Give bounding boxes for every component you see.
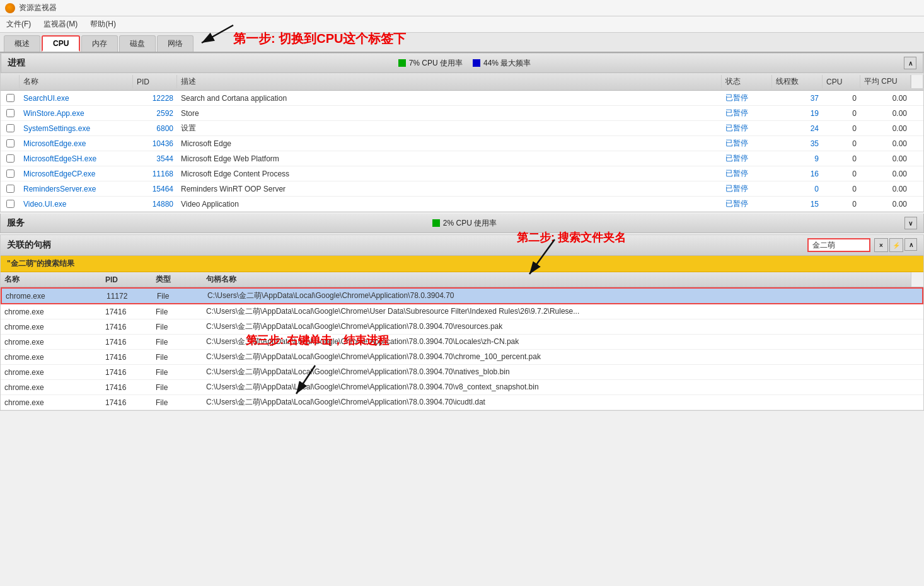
handle-table-row[interactable]: chrome.exe 17416 File C:\Users\金二萌\AppDa… [1, 335, 923, 350]
row-status: 已暂停 [722, 151, 772, 166]
handles-header-right: × ⚡ ∧ [807, 238, 917, 252]
row-checkbox[interactable] [1, 197, 20, 211]
handle-col-scroll [911, 272, 923, 287]
handle-table-row[interactable]: chrome.exe 17416 File C:\Users\金二萌\AppDa… [1, 350, 923, 365]
row-checkbox[interactable] [1, 121, 20, 135]
menu-monitor[interactable]: 监视器(M) [41, 18, 80, 31]
row-checkbox[interactable] [1, 181, 20, 196]
tab-network[interactable]: 网络 [157, 35, 193, 52]
tab-memory[interactable]: 内存 [81, 35, 118, 52]
row-checkbox[interactable] [1, 136, 20, 151]
row-desc: 设置 [177, 121, 722, 135]
green-dot-icon [398, 59, 406, 67]
row-pid: 6800 [133, 121, 177, 135]
handle-row-pid: 17416 [101, 395, 152, 410]
row-checkbox[interactable] [1, 166, 20, 181]
process-collapse-btn[interactable]: ∧ [904, 57, 916, 69]
search-actions: × ⚡ ∧ [874, 238, 917, 252]
col-checkbox [1, 75, 20, 88]
services-section: 服务 2% CPU 使用率 ∨ [0, 214, 924, 233]
handle-row-handle: C:\Users\金二萌\AppData\Local\Google\Chrome… [202, 365, 911, 379]
search-result-header: "金二萌"的搜索结果 [1, 256, 923, 272]
handle-row-type: File [152, 365, 202, 379]
col-threads[interactable]: 线程数 [772, 75, 823, 88]
row-status: 已暂停 [722, 181, 772, 196]
row-avgcpu: 0.00 [860, 151, 911, 166]
row-pid: 3544 [133, 151, 177, 166]
handle-col-handle[interactable]: 句柄名称 [202, 272, 911, 287]
row-cpu: 0 [823, 181, 860, 196]
row-pid: 12228 [133, 91, 177, 105]
search-clear-btn[interactable]: × [874, 238, 888, 252]
row-process-name[interactable]: WinStore.App.exe [20, 106, 133, 120]
process-section-title: 进程 [8, 57, 25, 69]
row-process-name[interactable]: MicrosoftEdge.exe [20, 136, 133, 151]
handle-table-header: 名称 PID 类型 句柄名称 [1, 272, 923, 287]
blue-dot-icon [473, 59, 480, 67]
row-process-name[interactable]: SearchUI.exe [20, 91, 133, 105]
handle-row-pid: 17416 [101, 335, 152, 349]
handle-col-type[interactable]: 类型 [152, 272, 202, 287]
col-avgcpu[interactable]: 平均 CPU [860, 75, 911, 88]
handle-row-scroll [911, 304, 923, 319]
handle-row-handle: C:\Users\金二萌\AppData\Local\Google\Chrome… [202, 335, 911, 349]
services-collapse-btn[interactable]: ∨ [904, 217, 917, 229]
handle-table-row[interactable]: chrome.exe 17416 File C:\Users\金二萌\AppDa… [1, 304, 923, 319]
process-section: 进程 7% CPU 使用率 44% 最大频率 ∧ 名称 PID 描述 状态 线程… [0, 53, 924, 212]
search-refresh-btn[interactable]: ⚡ [889, 238, 903, 252]
row-threads: 9 [772, 151, 823, 166]
row-checkbox[interactable] [1, 151, 20, 166]
row-threads: 24 [772, 121, 823, 135]
handle-row-name: chrome.exe [2, 289, 103, 303]
handle-col-pid[interactable]: PID [101, 272, 152, 287]
row-pid: 15464 [133, 181, 177, 196]
row-process-name[interactable]: RemindersServer.exe [20, 181, 133, 196]
handles-collapse-btn[interactable]: ∧ [904, 238, 917, 251]
search-input[interactable] [807, 238, 870, 252]
row-status: 已暂停 [722, 166, 772, 181]
row-avgcpu: 0.00 [860, 181, 911, 196]
row-checkbox[interactable] [1, 106, 20, 120]
row-process-name[interactable]: MicrosoftEdgeCP.exe [20, 166, 133, 181]
tab-disk[interactable]: 磁盘 [119, 35, 156, 52]
table-row: WinStore.App.exe 2592 Store 已暂停 19 0 0.0… [1, 106, 923, 121]
row-process-name[interactable]: Video.UI.exe [20, 197, 133, 211]
row-threads: 37 [772, 91, 823, 105]
handle-row-type: File [153, 289, 204, 303]
menu-help[interactable]: 帮助(H) [88, 18, 118, 31]
handle-table-row[interactable]: chrome.exe 17416 File C:\Users\金二萌\AppDa… [1, 319, 923, 335]
handle-row-type: File [152, 395, 202, 410]
handles-section: 关联的句柄 × ⚡ ∧ "金二萌"的搜索结果 名称 PID 类型 句柄名称 [0, 234, 924, 411]
handle-row-scroll [910, 289, 922, 303]
handle-row-type: File [152, 304, 202, 319]
handle-row-name: chrome.exe [1, 304, 101, 319]
row-process-name[interactable]: SystemSettings.exe [20, 121, 133, 135]
row-desc: Microsoft Edge [177, 136, 722, 151]
row-cpu: 0 [823, 121, 860, 135]
tab-cpu[interactable]: CPU [42, 35, 80, 52]
handle-row-scroll [911, 335, 923, 349]
menu-file[interactable]: 文件(F) [4, 18, 33, 31]
col-cpu[interactable]: CPU [823, 75, 860, 88]
row-status: 已暂停 [722, 197, 772, 211]
handle-row-handle: C:\Users\金二萌\AppData\Local\Google\Chrome… [202, 395, 911, 410]
handle-col-name[interactable]: 名称 [1, 272, 101, 287]
handle-table-row[interactable]: chrome.exe 17416 File C:\Users\金二萌\AppDa… [1, 380, 923, 395]
col-pid[interactable]: PID [133, 75, 177, 88]
row-threads: 15 [772, 197, 823, 211]
handle-row-name: chrome.exe [1, 319, 101, 334]
handle-table-row[interactable]: chrome.exe 17416 File C:\Users\金二萌\AppDa… [1, 365, 923, 380]
handle-table-row[interactable]: chrome.exe 11172 File C:\Users\金二萌\AppDa… [1, 287, 923, 304]
row-checkbox[interactable] [1, 91, 20, 105]
max-freq-text: 44% 最大频率 [483, 58, 531, 69]
row-threads: 19 [772, 106, 823, 120]
col-status[interactable]: 状态 [722, 75, 772, 88]
handle-row-pid: 17416 [101, 365, 152, 379]
table-row: SearchUI.exe 12228 Search and Cortana ap… [1, 91, 923, 106]
row-process-name[interactable]: MicrosoftEdgeSH.exe [20, 151, 133, 166]
handle-table-row[interactable]: chrome.exe 17416 File C:\Users\金二萌\AppDa… [1, 395, 923, 410]
tab-overview[interactable]: 概述 [4, 35, 40, 52]
row-desc: Microsoft Edge Web Platform [177, 151, 722, 166]
col-name[interactable]: 名称 [20, 75, 133, 88]
col-desc[interactable]: 描述 [177, 75, 722, 88]
